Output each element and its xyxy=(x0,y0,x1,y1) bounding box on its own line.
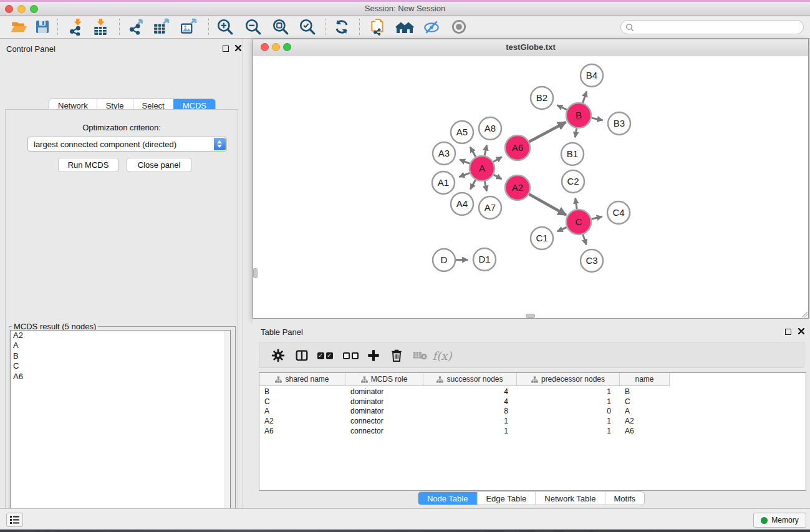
network-window-titlebar[interactable]: testGlobe.txt xyxy=(253,39,808,56)
import-network-button[interactable] xyxy=(65,16,87,37)
edge-B-B3[interactable] xyxy=(592,118,603,120)
edge-A-A2[interactable] xyxy=(493,175,501,179)
table-row[interactable]: Cdominator41C xyxy=(259,397,806,407)
edge-A-A1[interactable] xyxy=(459,173,470,177)
node-C[interactable]: C xyxy=(566,210,591,235)
show-details-button[interactable] xyxy=(448,16,470,37)
clone-network-button[interactable] xyxy=(367,16,388,37)
node-A1[interactable]: A1 xyxy=(432,172,455,194)
node-B4[interactable]: B4 xyxy=(581,64,603,87)
zoom-in-button[interactable] xyxy=(215,16,236,37)
list-scrollbar-track[interactable] xyxy=(224,331,230,532)
mcds-result-item[interactable]: B xyxy=(11,351,230,361)
float-panel-icon[interactable] xyxy=(785,329,791,335)
edge-A-A4[interactable] xyxy=(470,180,476,189)
hide-details-button[interactable] xyxy=(421,16,442,37)
table-row[interactable]: Adominator80A xyxy=(259,407,806,417)
export-table-button[interactable] xyxy=(151,16,172,37)
node-D[interactable]: D xyxy=(433,249,455,271)
close-panel-button[interactable]: Close panel xyxy=(127,158,191,172)
edge-A2-C[interactable] xyxy=(529,194,566,215)
split-table-view-button[interactable] xyxy=(291,345,312,366)
mcds-result-item[interactable]: A xyxy=(11,341,230,351)
tab-node-table[interactable]: Node Table xyxy=(418,492,477,505)
node-C2[interactable]: C2 xyxy=(562,170,584,193)
tab-motifs[interactable]: Motifs xyxy=(604,492,644,505)
node-B1[interactable]: B1 xyxy=(561,143,584,165)
node-A5[interactable]: A5 xyxy=(451,121,473,143)
table-row[interactable]: A2connector11A2 xyxy=(259,416,806,426)
edge-A-A5[interactable] xyxy=(470,147,476,157)
hide-all-columns-button[interactable] xyxy=(340,345,361,366)
close-panel-icon[interactable] xyxy=(234,44,242,52)
edge-A-A6[interactable] xyxy=(493,157,502,162)
status-menu-button[interactable] xyxy=(6,513,23,527)
node-A3[interactable]: A3 xyxy=(433,142,455,165)
delete-column-button[interactable] xyxy=(386,345,407,366)
edge-C-C4[interactable] xyxy=(591,216,602,219)
function-builder-button[interactable]: f(x) xyxy=(432,345,453,366)
home-views-button[interactable] xyxy=(394,16,415,37)
table-row[interactable]: Bdominator41B xyxy=(259,387,806,397)
node-B[interactable]: B xyxy=(566,103,591,128)
node-A7[interactable]: A7 xyxy=(479,196,501,219)
mcds-result-item[interactable]: C xyxy=(11,361,230,371)
import-table-button[interactable] xyxy=(90,16,111,37)
save-session-button[interactable] xyxy=(32,16,53,37)
node-A[interactable]: A xyxy=(470,156,494,181)
node-D1[interactable]: D1 xyxy=(473,248,496,271)
column-header-shared-name[interactable]: shared name xyxy=(259,373,345,385)
edge-A-A8[interactable] xyxy=(485,145,486,155)
tab-network-table[interactable]: Network Table xyxy=(535,492,604,505)
add-column-button[interactable] xyxy=(363,345,384,366)
tab-edge-table[interactable]: Edge Table xyxy=(476,492,535,505)
show-all-columns-button[interactable]: ✓✓ xyxy=(314,345,335,366)
float-panel-icon[interactable] xyxy=(223,46,229,52)
edge-C-C1[interactable] xyxy=(557,227,567,231)
node-A6[interactable]: A6 xyxy=(505,135,530,160)
mcds-result-item[interactable]: A2 xyxy=(11,331,230,341)
node-C3[interactable]: C3 xyxy=(581,249,603,272)
network-vertical-scrollbar-thumb[interactable] xyxy=(253,268,258,278)
edge-A-A3[interactable] xyxy=(460,160,470,163)
refresh-view-button[interactable] xyxy=(331,16,352,37)
network-horizontal-scrollbar-thumb[interactable] xyxy=(526,314,535,318)
export-image-button[interactable] xyxy=(178,16,200,37)
search-box[interactable] xyxy=(620,20,804,34)
memory-button[interactable]: Memory xyxy=(753,513,806,528)
edge-B-B2[interactable] xyxy=(557,105,567,110)
node-A2[interactable]: A2 xyxy=(505,175,530,200)
edge-B-B4[interactable] xyxy=(583,92,587,103)
node-A4[interactable]: A4 xyxy=(451,193,473,215)
node-B2[interactable]: B2 xyxy=(531,87,553,109)
delete-table-button[interactable] xyxy=(410,345,431,366)
node-A8[interactable]: A8 xyxy=(479,117,501,140)
column-header-successor-nodes[interactable]: successor nodes xyxy=(423,373,517,385)
mcds-result-list[interactable]: A2ABCA6 xyxy=(10,330,231,532)
network-canvas[interactable]: A5A8A3A6AA1A4A7A2B2B4BB3B1C2CC4C1C3DD1 xyxy=(253,56,808,318)
table-row[interactable]: A6connector11A6 xyxy=(259,426,806,436)
close-panel-icon[interactable] xyxy=(798,327,805,335)
edge-A6-B[interactable] xyxy=(529,122,566,142)
column-header-MCDS-role[interactable]: MCDS role xyxy=(345,373,423,385)
export-network-button[interactable] xyxy=(127,16,148,37)
search-input[interactable] xyxy=(634,23,803,32)
mcds-result-item[interactable]: A6 xyxy=(11,372,230,382)
node-C1[interactable]: C1 xyxy=(531,227,553,249)
edge-B-B1[interactable] xyxy=(575,128,576,138)
node-B3[interactable]: B3 xyxy=(608,112,630,135)
column-header-predecessor-nodes[interactable]: predecessor nodes xyxy=(517,373,620,385)
zoom-fit-content-button[interactable] xyxy=(270,16,291,37)
node-C4[interactable]: C4 xyxy=(607,201,630,224)
edge-C-C3[interactable] xyxy=(583,235,587,245)
optimization-criterion-select[interactable]: largest connected component (directed) xyxy=(27,137,227,152)
column-header-name[interactable]: name xyxy=(620,373,670,385)
zoom-selected-button[interactable] xyxy=(297,16,318,37)
edge-C-C2[interactable] xyxy=(576,198,577,209)
zoom-out-button[interactable] xyxy=(243,16,264,37)
open-file-button[interactable] xyxy=(8,16,29,37)
node-table[interactable]: shared nameMCDS rolesuccessor nodesprede… xyxy=(259,372,806,491)
window-resize-grip[interactable] xyxy=(799,309,808,318)
table-settings-button[interactable] xyxy=(268,345,289,366)
network-graph[interactable]: A5A8A3A6AA1A4A7A2B2B4BB3B1C2CC4C1C3DD1 xyxy=(253,56,808,318)
